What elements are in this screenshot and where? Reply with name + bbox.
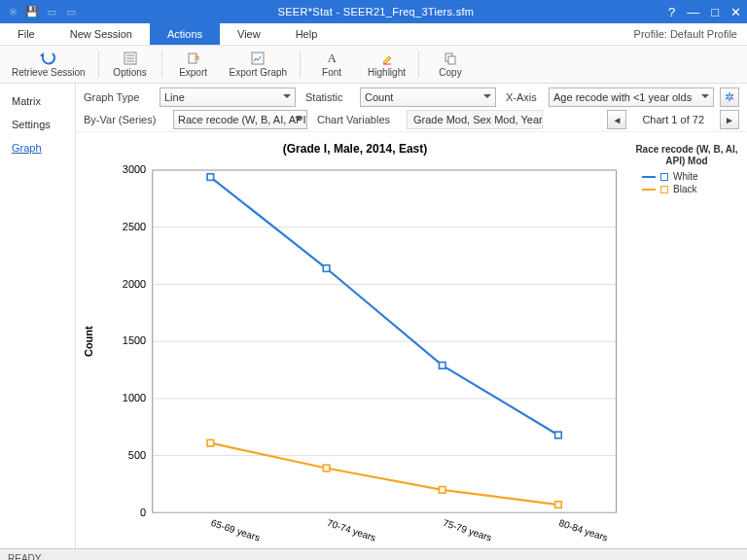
svg-text:80-84 years: 80-84 years (557, 517, 609, 543)
window-controls: ? — □ ✕ (668, 5, 741, 19)
window-title: SEER*Stat - SEER21_Freq_3Tiers.sfm (84, 6, 668, 18)
legend-entry: White (634, 171, 739, 182)
export-icon (187, 51, 200, 66)
undo-arrow-icon (39, 51, 58, 66)
svg-text:3000: 3000 (123, 163, 146, 175)
menu-view[interactable]: View (220, 23, 278, 45)
svg-text:1000: 1000 (123, 392, 146, 403)
export-button[interactable]: Export (167, 48, 220, 81)
chart-plot: (Grade I, Male, 2014, East)0500100015002… (78, 138, 632, 560)
chart-params: Graph Type Line Statistic Count X-Axis A… (76, 84, 747, 132)
svg-rect-34 (555, 502, 562, 508)
folder-open-icon[interactable]: ▭ (64, 5, 78, 18)
chart-legend: Race recode (W, B, AI, API) Mod WhiteBla… (632, 138, 741, 560)
minimize-icon[interactable]: — (687, 5, 699, 19)
svg-rect-4 (448, 56, 455, 64)
menu-help[interactable]: Help (278, 23, 336, 45)
sidebar-item-matrix[interactable]: Matrix (0, 89, 75, 113)
svg-rect-2 (252, 52, 264, 64)
xaxis-select[interactable]: Age recode with <1 year olds (549, 88, 714, 107)
app-icon: ※ (6, 5, 19, 18)
chartvars-label: Chart Variables (317, 114, 401, 125)
status-text: READY (8, 553, 41, 561)
xaxis-label: X-Axis (506, 91, 543, 103)
menu-file[interactable]: File (0, 23, 53, 45)
chart-nav-text: Chart 1 of 72 (632, 114, 714, 125)
svg-text:65-69 years: 65-69 years (210, 517, 262, 543)
copy-icon (444, 51, 457, 66)
gear-icon[interactable]: ✲ (720, 88, 739, 107)
chart-next-button[interactable]: ► (720, 110, 739, 129)
graph-type-select[interactable]: Line (160, 88, 296, 107)
svg-text:2000: 2000 (123, 278, 146, 290)
system-icons: ※ 💾 ▭ ▭ (6, 5, 78, 18)
copy-button[interactable]: Copy (424, 48, 477, 81)
chart-prev-button[interactable]: ◄ (607, 110, 626, 129)
menu-actions[interactable]: Actions (150, 23, 220, 45)
retrieve-session-button[interactable]: Retrieve Session (4, 48, 93, 81)
svg-text:2500: 2500 (123, 221, 146, 232)
title-bar: ※ 💾 ▭ ▭ SEER*Stat - SEER21_Freq_3Tiers.s… (0, 0, 747, 23)
sidebar-item-settings[interactable]: Settings (0, 113, 75, 136)
statistic-select[interactable]: Count (360, 88, 496, 107)
chartvars-value: Grade Mod, Sex Mod, Year of di… (407, 110, 543, 129)
byvar-label: By-Var (Series) (84, 114, 167, 125)
svg-text:70-74 years: 70-74 years (326, 517, 377, 543)
export-graph-button[interactable]: Export Graph (222, 48, 295, 81)
folder-icon[interactable]: ▭ (45, 5, 58, 18)
menu-bar: File New Session Actions View Help Profi… (0, 23, 747, 46)
font-icon: A (327, 51, 336, 66)
profile-label: Profile: Default Profile (624, 23, 747, 45)
legend-title: Race recode (W, B, AI, API) Mod (634, 144, 739, 167)
checklist-icon (124, 51, 137, 66)
svg-rect-1 (189, 53, 196, 63)
svg-rect-32 (323, 465, 330, 472)
statistic-label: Statistic (305, 91, 354, 103)
highlight-button[interactable]: Highlight (360, 48, 413, 81)
save-icon[interactable]: 💾 (25, 5, 39, 18)
export-chart-icon (251, 51, 265, 66)
svg-text:(Grade I, Male, 2014, East): (Grade I, Male, 2014, East) (283, 142, 428, 156)
close-icon[interactable]: ✕ (730, 5, 741, 19)
options-button[interactable]: Options (104, 48, 157, 81)
font-button[interactable]: A Font (305, 48, 358, 81)
highlight-icon (380, 51, 394, 66)
legend-entry: Black (634, 184, 739, 194)
svg-rect-30 (555, 432, 562, 438)
svg-text:Count: Count (83, 326, 94, 357)
svg-rect-33 (439, 487, 445, 494)
ribbon-toolbar: Retrieve Session Options Export Export G… (0, 46, 747, 84)
svg-text:75-79 years: 75-79 years (442, 517, 493, 543)
byvar-select[interactable]: Race recode (W, B, AI, API) Mod (173, 110, 307, 129)
svg-rect-28 (323, 265, 330, 272)
help-icon[interactable]: ? (668, 5, 675, 19)
svg-rect-31 (207, 439, 214, 446)
svg-text:500: 500 (128, 449, 146, 461)
svg-text:0: 0 (140, 507, 146, 518)
sidebar: Matrix Settings Graph (0, 84, 76, 548)
menu-new-session[interactable]: New Session (53, 23, 150, 45)
svg-rect-29 (439, 363, 445, 369)
svg-text:1500: 1500 (123, 334, 146, 346)
maximize-icon[interactable]: □ (711, 5, 719, 19)
sidebar-item-graph[interactable]: Graph (0, 136, 75, 159)
graph-type-label: Graph Type (84, 91, 154, 103)
svg-rect-27 (207, 174, 214, 181)
